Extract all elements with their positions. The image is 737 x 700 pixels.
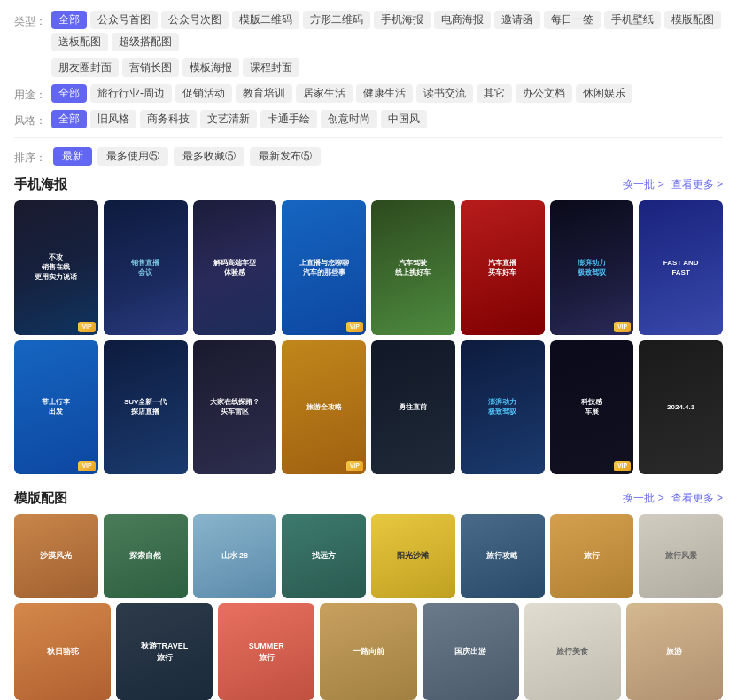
phone-poster-card[interactable]: 澎湃动力极致驾驭VIP [550,200,634,335]
type-tag[interactable]: 邀请函 [494,11,540,29]
industry-tag[interactable]: 教育培训 [236,84,292,103]
type-tag2[interactable]: 模板海报 [182,58,239,77]
sort-row: 排序： 最新最多使用⑤最多收藏⑤最新发布⑤ [14,147,723,166]
type-tag[interactable]: 模版配图 [664,11,721,29]
style-tag[interactable]: 卡通手绘 [260,110,317,128]
phone-poster-actions: 换一批 > 查看更多 > [623,177,723,192]
sort-button[interactable]: 最新 [53,147,92,166]
template-match-card[interactable]: 找远方 [282,514,366,598]
template-match-card[interactable]: 旅行攻略 [461,514,545,598]
vip-badge: VIP [78,322,95,332]
style-tag[interactable]: 旧风格 [90,110,136,128]
template-match-actions: 换一批 > 查看更多 > [623,491,723,506]
phone-poster-refresh[interactable]: 换一批 > [623,177,663,192]
industry-tag[interactable]: 办公文档 [516,84,572,103]
style-tag[interactable]: 创意时尚 [321,110,377,128]
template-match-refresh[interactable]: 换一批 > [623,491,663,506]
type-tag[interactable]: 方形二维码 [303,11,370,29]
industry-filter-row: 用途： 全部旅行行业-周边促销活动教育培训居家生活健康生活读书交流其它办公文档休… [14,84,723,103]
type-tag[interactable]: 公众号次图 [161,11,229,29]
industry-tags-container: 全部旅行行业-周边促销活动教育培训居家生活健康生活读书交流其它办公文档休闲娱乐 [51,84,723,103]
template-match-card[interactable]: 秋日骆驼 [14,603,111,700]
template-match-card[interactable]: 沙漠风光 [14,514,98,598]
type-tag2[interactable]: 朋友圈封面 [51,58,119,77]
industry-tag[interactable]: 居家生活 [296,84,353,103]
template-match-title: 模版配图 [14,490,67,507]
phone-poster-card[interactable]: 大家在线探路？买车雷区 [193,340,277,475]
style-tags-container: 全部旧风格商务科技文艺清新卡通手绘创意时尚中国风 [51,110,723,128]
vip-badge: VIP [346,322,363,332]
phone-poster-section: 手机海报 换一批 > 查看更多 > 不攻销售在线更用实力说话VIP销售直播会议解… [14,176,723,474]
phone-poster-card[interactable]: 解码高端车型体验感 [193,200,277,335]
type-filter-row: 类型： 全部公众号首图公众号次图模版二维码方形二维码手机海报电商海报邀请函每日一… [14,11,723,51]
industry-tag[interactable]: 其它 [477,84,512,103]
phone-cards-row2: 带上行李出发VIPSUV全新一代探店直播大家在线探路？买车雷区旅游全攻略VIP勇… [14,340,723,475]
type-tag[interactable]: 公众号首图 [90,11,158,29]
type-tag[interactable]: 超级搭配图 [112,33,179,51]
phone-poster-card[interactable]: 不攻销售在线更用实力说话VIP [14,200,98,335]
phone-poster-card[interactable]: 旅游全攻略VIP [282,340,366,475]
sort-button[interactable]: 最多收藏⑤ [174,147,244,166]
phone-poster-card[interactable]: 勇往直前 [371,340,455,475]
template-match-card[interactable]: SUMMER旅行 [218,603,314,700]
type-tag2[interactable]: 课程封面 [243,58,299,77]
type-tag[interactable]: 手机壁纸 [604,11,661,29]
vip-badge: VIP [346,461,363,471]
phone-poster-card[interactable]: SUV全新一代探店直播 [104,340,188,475]
style-tag[interactable]: 中国风 [381,110,427,128]
sort-button[interactable]: 最新发布⑤ [250,147,321,166]
template-match-card[interactable]: 国庆出游 [423,603,519,700]
type-tag[interactable]: 送板配图 [51,33,108,51]
type-tag[interactable]: 模版二维码 [232,11,299,29]
phone-poster-card[interactable]: 汽车驾驶线上挑好车 [371,200,455,335]
type-filter-row2: 类型： 朋友圈封面营销长图模板海报课程封面 [14,58,723,77]
type-tag[interactable]: 手机海报 [374,11,431,29]
main-page: 类型： 全部公众号首图公众号次图模版二维码方形二维码手机海报电商海报邀请函每日一… [0,0,737,700]
template-match-card[interactable]: 山水 28 [193,514,277,598]
type-tag[interactable]: 电商海报 [434,11,491,29]
style-tag[interactable]: 文艺清新 [200,110,257,128]
industry-tag[interactable]: 健康生活 [356,84,413,103]
type-tag[interactable]: 全部 [51,11,87,29]
phone-poster-card[interactable]: 带上行李出发VIP [14,340,98,475]
template-match-more[interactable]: 查看更多 > [671,491,723,506]
sort-label: 排序： [14,147,46,166]
type-tags-container: 全部公众号首图公众号次图模版二维码方形二维码手机海报电商海报邀请函每日一签手机壁… [51,11,723,51]
template-match-card[interactable]: 阳光沙滩 [371,514,455,598]
phone-poster-card[interactable]: 2024.4.1 [639,340,723,475]
industry-tag[interactable]: 旅行行业-周边 [90,84,172,103]
style-label: 风格： [14,110,46,128]
style-tag[interactable]: 全部 [51,110,87,128]
template-match-card[interactable]: 旅行风景 [639,514,723,598]
phone-poster-title: 手机海报 [14,176,67,193]
template-match-card[interactable]: 旅游 [626,603,723,700]
template-match-card[interactable]: 一路向前 [320,603,416,700]
industry-tag[interactable]: 休闲娱乐 [576,84,632,103]
vip-badge: VIP [78,461,95,471]
industry-tag[interactable]: 促销活动 [175,84,232,103]
template-match-card[interactable]: 秋游TRAVEL旅行 [116,603,213,700]
template-match-card[interactable]: 探索自然 [104,514,188,598]
industry-tag[interactable]: 读书交流 [416,84,473,103]
phone-poster-header: 手机海报 换一批 > 查看更多 > [14,176,723,193]
phone-poster-card[interactable]: FAST ANDFAST [639,200,723,335]
template-match-card[interactable]: 旅行美食 [524,603,621,700]
type-tag[interactable]: 每日一签 [544,11,601,29]
template-match-section: 模版配图 换一批 > 查看更多 > 沙漠风光探索自然山水 28找远方阳光沙滩旅行… [14,490,723,700]
phone-poster-card[interactable]: 汽车直播买车好车 [461,200,545,335]
phone-poster-card[interactable]: 销售直播会议 [104,200,188,335]
type-tag2[interactable]: 营销长图 [122,58,179,77]
template-cards-row2: 秋日骆驼秋游TRAVEL旅行SUMMER旅行一路向前国庆出游旅行美食旅游 [14,603,723,700]
style-tag[interactable]: 商务科技 [140,110,197,128]
template-match-card[interactable]: 旅行 [550,514,634,598]
vip-badge: VIP [614,461,631,471]
phone-poster-card[interactable]: 上直播与您聊聊汽车的那些事VIP [282,200,366,335]
sort-button[interactable]: 最多使用⑤ [97,147,168,166]
phone-poster-more[interactable]: 查看更多 > [671,177,723,192]
phone-poster-card[interactable]: 澎湃动力极致驾驭 [461,340,545,475]
industry-label: 用途： [14,84,46,103]
phone-poster-card[interactable]: 科技感车展VIP [550,340,634,475]
industry-tag[interactable]: 全部 [51,84,87,103]
style-filter-row: 风格： 全部旧风格商务科技文艺清新卡通手绘创意时尚中国风 [14,110,723,128]
type-tags2-container: 朋友圈封面营销长图模板海报课程封面 [51,58,723,77]
